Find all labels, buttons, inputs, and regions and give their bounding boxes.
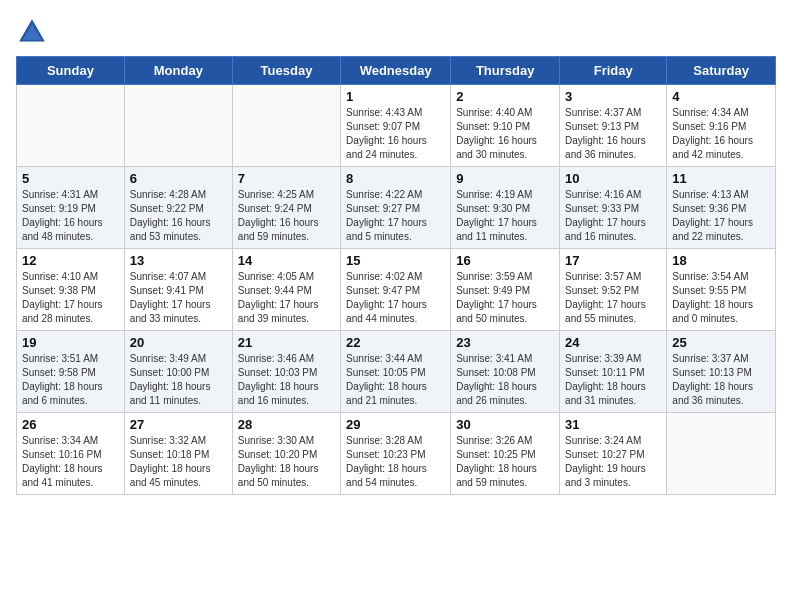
calendar-cell: 1Sunrise: 4:43 AM Sunset: 9:07 PM Daylig… xyxy=(341,85,451,167)
calendar-cell xyxy=(17,85,125,167)
day-number: 26 xyxy=(22,417,119,432)
day-number: 12 xyxy=(22,253,119,268)
calendar-cell: 25Sunrise: 3:37 AM Sunset: 10:13 PM Dayl… xyxy=(667,331,776,413)
day-number: 24 xyxy=(565,335,661,350)
cell-info: Sunrise: 3:44 AM Sunset: 10:05 PM Daylig… xyxy=(346,352,445,408)
cell-info: Sunrise: 3:41 AM Sunset: 10:08 PM Daylig… xyxy=(456,352,554,408)
cell-info: Sunrise: 4:19 AM Sunset: 9:30 PM Dayligh… xyxy=(456,188,554,244)
calendar-week-row: 12Sunrise: 4:10 AM Sunset: 9:38 PM Dayli… xyxy=(17,249,776,331)
day-number: 28 xyxy=(238,417,335,432)
cell-info: Sunrise: 4:40 AM Sunset: 9:10 PM Dayligh… xyxy=(456,106,554,162)
calendar-cell: 27Sunrise: 3:32 AM Sunset: 10:18 PM Dayl… xyxy=(124,413,232,495)
cell-info: Sunrise: 3:57 AM Sunset: 9:52 PM Dayligh… xyxy=(565,270,661,326)
calendar-cell: 29Sunrise: 3:28 AM Sunset: 10:23 PM Dayl… xyxy=(341,413,451,495)
logo xyxy=(16,16,52,48)
calendar-cell: 9Sunrise: 4:19 AM Sunset: 9:30 PM Daylig… xyxy=(451,167,560,249)
cell-info: Sunrise: 3:37 AM Sunset: 10:13 PM Daylig… xyxy=(672,352,770,408)
calendar-cell: 23Sunrise: 3:41 AM Sunset: 10:08 PM Dayl… xyxy=(451,331,560,413)
cell-info: Sunrise: 4:25 AM Sunset: 9:24 PM Dayligh… xyxy=(238,188,335,244)
day-of-week-header: Tuesday xyxy=(232,57,340,85)
cell-info: Sunrise: 4:16 AM Sunset: 9:33 PM Dayligh… xyxy=(565,188,661,244)
cell-info: Sunrise: 4:31 AM Sunset: 9:19 PM Dayligh… xyxy=(22,188,119,244)
cell-info: Sunrise: 3:39 AM Sunset: 10:11 PM Daylig… xyxy=(565,352,661,408)
calendar-cell: 24Sunrise: 3:39 AM Sunset: 10:11 PM Dayl… xyxy=(560,331,667,413)
calendar-cell: 21Sunrise: 3:46 AM Sunset: 10:03 PM Dayl… xyxy=(232,331,340,413)
cell-info: Sunrise: 3:34 AM Sunset: 10:16 PM Daylig… xyxy=(22,434,119,490)
cell-info: Sunrise: 4:05 AM Sunset: 9:44 PM Dayligh… xyxy=(238,270,335,326)
day-number: 2 xyxy=(456,89,554,104)
calendar-week-row: 26Sunrise: 3:34 AM Sunset: 10:16 PM Dayl… xyxy=(17,413,776,495)
calendar-cell: 6Sunrise: 4:28 AM Sunset: 9:22 PM Daylig… xyxy=(124,167,232,249)
calendar-week-row: 19Sunrise: 3:51 AM Sunset: 9:58 PM Dayli… xyxy=(17,331,776,413)
day-number: 31 xyxy=(565,417,661,432)
cell-info: Sunrise: 4:02 AM Sunset: 9:47 PM Dayligh… xyxy=(346,270,445,326)
calendar-cell: 30Sunrise: 3:26 AM Sunset: 10:25 PM Dayl… xyxy=(451,413,560,495)
calendar-cell: 19Sunrise: 3:51 AM Sunset: 9:58 PM Dayli… xyxy=(17,331,125,413)
cell-info: Sunrise: 3:24 AM Sunset: 10:27 PM Daylig… xyxy=(565,434,661,490)
calendar-cell: 10Sunrise: 4:16 AM Sunset: 9:33 PM Dayli… xyxy=(560,167,667,249)
day-of-week-header: Saturday xyxy=(667,57,776,85)
calendar-cell: 13Sunrise: 4:07 AM Sunset: 9:41 PM Dayli… xyxy=(124,249,232,331)
cell-info: Sunrise: 4:10 AM Sunset: 9:38 PM Dayligh… xyxy=(22,270,119,326)
day-number: 4 xyxy=(672,89,770,104)
day-number: 3 xyxy=(565,89,661,104)
day-number: 23 xyxy=(456,335,554,350)
calendar-cell: 11Sunrise: 4:13 AM Sunset: 9:36 PM Dayli… xyxy=(667,167,776,249)
calendar-header-row: SundayMondayTuesdayWednesdayThursdayFrid… xyxy=(17,57,776,85)
day-number: 29 xyxy=(346,417,445,432)
calendar-week-row: 5Sunrise: 4:31 AM Sunset: 9:19 PM Daylig… xyxy=(17,167,776,249)
calendar-cell: 8Sunrise: 4:22 AM Sunset: 9:27 PM Daylig… xyxy=(341,167,451,249)
cell-info: Sunrise: 3:49 AM Sunset: 10:00 PM Daylig… xyxy=(130,352,227,408)
day-number: 8 xyxy=(346,171,445,186)
cell-info: Sunrise: 4:28 AM Sunset: 9:22 PM Dayligh… xyxy=(130,188,227,244)
calendar-cell: 28Sunrise: 3:30 AM Sunset: 10:20 PM Dayl… xyxy=(232,413,340,495)
calendar-cell: 20Sunrise: 3:49 AM Sunset: 10:00 PM Dayl… xyxy=(124,331,232,413)
day-number: 25 xyxy=(672,335,770,350)
cell-info: Sunrise: 3:54 AM Sunset: 9:55 PM Dayligh… xyxy=(672,270,770,326)
cell-info: Sunrise: 3:46 AM Sunset: 10:03 PM Daylig… xyxy=(238,352,335,408)
cell-info: Sunrise: 3:32 AM Sunset: 10:18 PM Daylig… xyxy=(130,434,227,490)
day-of-week-header: Sunday xyxy=(17,57,125,85)
day-number: 17 xyxy=(565,253,661,268)
day-number: 18 xyxy=(672,253,770,268)
day-number: 1 xyxy=(346,89,445,104)
day-number: 30 xyxy=(456,417,554,432)
day-number: 9 xyxy=(456,171,554,186)
cell-info: Sunrise: 4:43 AM Sunset: 9:07 PM Dayligh… xyxy=(346,106,445,162)
day-number: 11 xyxy=(672,171,770,186)
cell-info: Sunrise: 4:07 AM Sunset: 9:41 PM Dayligh… xyxy=(130,270,227,326)
logo-icon xyxy=(16,16,48,48)
calendar-cell xyxy=(667,413,776,495)
cell-info: Sunrise: 4:34 AM Sunset: 9:16 PM Dayligh… xyxy=(672,106,770,162)
day-number: 22 xyxy=(346,335,445,350)
day-number: 16 xyxy=(456,253,554,268)
cell-info: Sunrise: 3:26 AM Sunset: 10:25 PM Daylig… xyxy=(456,434,554,490)
day-number: 6 xyxy=(130,171,227,186)
calendar-week-row: 1Sunrise: 4:43 AM Sunset: 9:07 PM Daylig… xyxy=(17,85,776,167)
day-of-week-header: Friday xyxy=(560,57,667,85)
calendar-cell: 22Sunrise: 3:44 AM Sunset: 10:05 PM Dayl… xyxy=(341,331,451,413)
day-number: 27 xyxy=(130,417,227,432)
calendar-cell: 12Sunrise: 4:10 AM Sunset: 9:38 PM Dayli… xyxy=(17,249,125,331)
calendar-cell xyxy=(124,85,232,167)
calendar-cell: 17Sunrise: 3:57 AM Sunset: 9:52 PM Dayli… xyxy=(560,249,667,331)
page-header xyxy=(16,16,776,48)
cell-info: Sunrise: 3:51 AM Sunset: 9:58 PM Dayligh… xyxy=(22,352,119,408)
calendar-cell: 16Sunrise: 3:59 AM Sunset: 9:49 PM Dayli… xyxy=(451,249,560,331)
day-number: 13 xyxy=(130,253,227,268)
day-number: 20 xyxy=(130,335,227,350)
calendar-cell: 18Sunrise: 3:54 AM Sunset: 9:55 PM Dayli… xyxy=(667,249,776,331)
cell-info: Sunrise: 3:59 AM Sunset: 9:49 PM Dayligh… xyxy=(456,270,554,326)
cell-info: Sunrise: 3:30 AM Sunset: 10:20 PM Daylig… xyxy=(238,434,335,490)
calendar-cell: 2Sunrise: 4:40 AM Sunset: 9:10 PM Daylig… xyxy=(451,85,560,167)
calendar-cell: 5Sunrise: 4:31 AM Sunset: 9:19 PM Daylig… xyxy=(17,167,125,249)
calendar-cell: 14Sunrise: 4:05 AM Sunset: 9:44 PM Dayli… xyxy=(232,249,340,331)
cell-info: Sunrise: 4:37 AM Sunset: 9:13 PM Dayligh… xyxy=(565,106,661,162)
cell-info: Sunrise: 3:28 AM Sunset: 10:23 PM Daylig… xyxy=(346,434,445,490)
day-number: 14 xyxy=(238,253,335,268)
day-number: 21 xyxy=(238,335,335,350)
calendar-cell: 15Sunrise: 4:02 AM Sunset: 9:47 PM Dayli… xyxy=(341,249,451,331)
calendar-cell: 26Sunrise: 3:34 AM Sunset: 10:16 PM Dayl… xyxy=(17,413,125,495)
cell-info: Sunrise: 4:22 AM Sunset: 9:27 PM Dayligh… xyxy=(346,188,445,244)
day-of-week-header: Thursday xyxy=(451,57,560,85)
